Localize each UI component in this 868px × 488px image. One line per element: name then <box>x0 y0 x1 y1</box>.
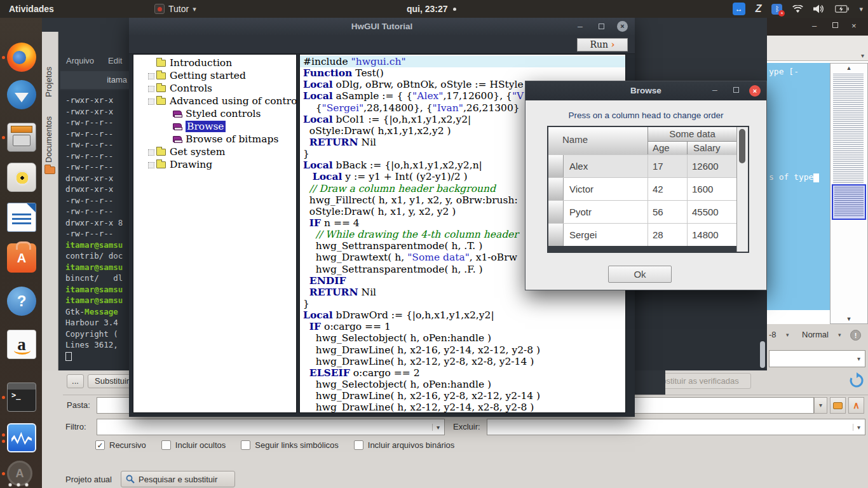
wifi-icon[interactable] <box>792 5 803 13</box>
editor-minimap[interactable]: ▲ ▼ <box>830 63 868 324</box>
ide-side-tab-strip: Projetos Documentos <box>42 32 58 370</box>
column-header-name[interactable]: Name <box>548 127 648 154</box>
table-bottom-frame <box>548 246 736 252</box>
rhythmbox-icon <box>7 163 36 192</box>
combo-box[interactable]: ▾ <box>769 350 865 367</box>
folder-icon[interactable] <box>44 166 55 174</box>
zigzag-icon[interactable]: Z <box>756 3 762 15</box>
terminal-tab[interactable]: itama <box>60 71 129 89</box>
excluir-input[interactable]: ▾ <box>487 419 865 435</box>
collapse-panel-button[interactable]: ∧ <box>848 397 864 414</box>
tree-item-advanced-using-of-controls[interactable]: Advanced using of controls <box>133 95 296 107</box>
dock-item-rhythmbox[interactable] <box>7 163 36 192</box>
editor-area[interactable]: ype [- s of type ▲ ▼ <box>767 61 868 324</box>
tutorial-tree-pane[interactable]: IntroductionGetting startedControlsAdvan… <box>133 54 297 413</box>
side-tab-documentos[interactable]: Documentos <box>44 116 53 163</box>
dock-item-libreoffice-writer[interactable] <box>7 203 36 232</box>
tree-item-get-system[interactable]: Get system <box>133 146 296 158</box>
dock-item-firefox[interactable] <box>7 43 36 72</box>
ide-menubar: Arquivo Edit <box>58 52 122 69</box>
checkbox-incluir-ocultos[interactable]: Incluir ocultos <box>161 440 226 450</box>
dock-item-terminal[interactable]: >_ <box>7 383 36 412</box>
filtro-input[interactable]: ▾ <box>97 419 445 435</box>
tree-item-browse-of-bitmaps[interactable]: Browse of bitmaps <box>133 133 296 146</box>
dock-item-file-cabinet[interactable] <box>7 123 36 152</box>
table-row[interactable]: Alex1712600 <box>548 154 736 177</box>
window-titlebar[interactable]: HwGUI Tutorial <box>129 18 635 35</box>
folder-icon <box>156 161 166 168</box>
column-header-salary[interactable]: Salary <box>687 141 736 154</box>
scrollbar-thumb[interactable] <box>739 129 745 163</box>
bluetooth-disabled-icon[interactable]: ᛒ× <box>771 4 782 15</box>
checkbox-incluir-arquivos-bin-rios[interactable]: Incluir arquivos binários <box>354 440 455 450</box>
more-options-button[interactable]: ... <box>67 374 84 388</box>
row-selector[interactable] <box>548 155 564 177</box>
tree-item-browse[interactable]: Browse <box>133 120 296 133</box>
row-selector[interactable] <box>548 178 564 200</box>
chevron-down-icon[interactable]: ▾ <box>861 52 864 59</box>
dialog-maximize-button[interactable] <box>733 87 739 93</box>
terminal-cursor <box>65 352 72 361</box>
ide-minimize-button[interactable]: – <box>812 20 817 32</box>
ide-close-button[interactable]: × <box>851 20 857 32</box>
tree-item-styled-controls[interactable]: Styled controls <box>133 107 296 120</box>
minimap-text <box>833 74 864 183</box>
menu-edit[interactable]: Edit <box>108 56 122 65</box>
refresh-icon[interactable] <box>848 372 865 389</box>
row-selector[interactable] <box>548 201 564 223</box>
dialog-minimize-button[interactable]: – <box>712 84 717 95</box>
table-row[interactable]: Pyotr5645500 <box>548 200 736 223</box>
maximize-button[interactable] <box>599 24 604 29</box>
run-button[interactable]: Run › <box>577 38 628 51</box>
dock-item-help[interactable]: ? <box>7 287 36 316</box>
checkbox-recursivo[interactable]: ✓Recursivo <box>95 440 146 450</box>
column-header-age[interactable]: Age <box>648 141 687 154</box>
mode-label[interactable]: Normal <box>802 330 829 339</box>
dock-item-amazon[interactable]: a <box>7 330 36 359</box>
minimize-button[interactable]: – <box>578 20 583 32</box>
tree-item-getting-started[interactable]: Getting started <box>133 69 296 82</box>
dock-item-wave-monitor[interactable] <box>7 423 36 452</box>
teamviewer-icon[interactable]: ↔ <box>733 3 745 15</box>
column-header-group[interactable]: Some data <box>648 127 736 141</box>
pasta-dropdown-button[interactable]: ▾ <box>814 397 827 414</box>
menu-arquivo[interactable]: Arquivo <box>66 56 94 65</box>
dock[interactable]: A?a>_A <box>0 18 42 488</box>
choose-folder-button[interactable] <box>830 397 846 414</box>
row-selector[interactable] <box>548 224 564 246</box>
cell-age: 42 <box>648 178 687 200</box>
encoding-label[interactable]: -8 <box>769 330 776 339</box>
terminal-scrollbar[interactable] <box>760 341 765 368</box>
tree-item-introduction[interactable]: Introduction <box>133 57 296 69</box>
table-row[interactable]: Sergei2814800 <box>548 223 736 246</box>
ide-maximize-button[interactable] <box>832 22 838 28</box>
system-tray[interactable]: ↔ Z ᛒ× ▾ <box>733 0 863 18</box>
editor-text-fragment: s of type <box>769 172 819 182</box>
minimap-selection[interactable] <box>832 184 866 220</box>
info-icon[interactable]: ! <box>850 330 861 341</box>
checkbox-seguir-links-simb-licos[interactable]: Seguir links simbólicos <box>241 440 339 450</box>
dock-item-ubuntu-software[interactable]: A <box>7 243 36 273</box>
table-scrollbar[interactable] <box>736 127 748 252</box>
tree-item-controls[interactable]: Controls <box>133 82 296 95</box>
dialog-titlebar[interactable]: Browse <box>526 81 766 100</box>
browse-table[interactable]: Name Some data Age Salary Alex1712600Vic… <box>547 126 749 253</box>
volume-icon[interactable] <box>813 4 825 13</box>
tree-item-drawing[interactable]: Drawing <box>133 158 296 171</box>
ok-button[interactable]: Ok <box>608 266 672 283</box>
dialog-close-button[interactable]: × <box>749 85 761 97</box>
editor-text-fragment: ype [- <box>769 67 799 76</box>
clock[interactable]: qui, 23:27 <box>407 0 456 18</box>
table-row[interactable]: Victor421600 <box>548 177 736 200</box>
battery-icon[interactable] <box>835 5 849 13</box>
ide-toolbar: ▾ <box>767 36 868 61</box>
dock-item-thunderbird[interactable] <box>7 80 36 109</box>
search-replace-tab-button[interactable]: Pesquisar e substituir <box>121 471 235 487</box>
close-button[interactable]: × <box>617 21 628 32</box>
side-tab-projetos[interactable]: Projetos <box>44 67 53 97</box>
scroll-up-icon[interactable]: ▲ <box>831 65 867 71</box>
scroll-down-icon[interactable]: ▼ <box>831 316 867 322</box>
app-menu[interactable]: Tutor ▾ <box>154 0 196 18</box>
dock-item-app-grid[interactable] <box>7 482 30 488</box>
activities-button[interactable]: Atividades <box>9 0 54 18</box>
